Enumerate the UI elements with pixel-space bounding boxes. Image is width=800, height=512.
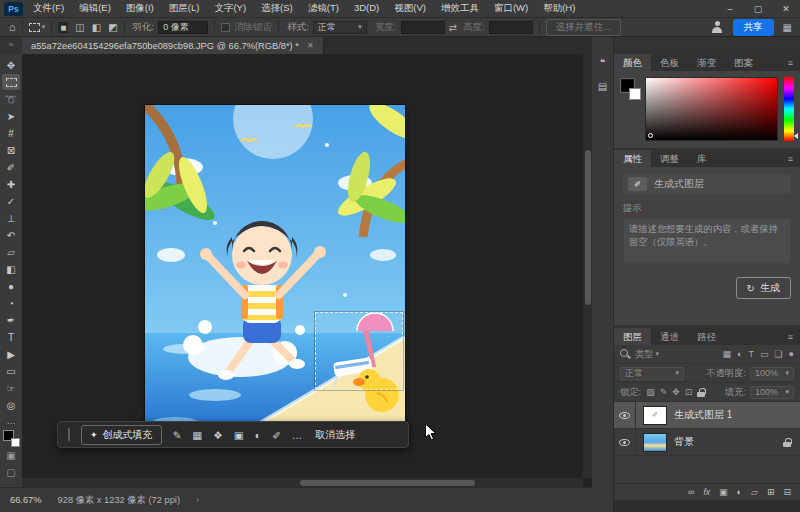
zoom-tool[interactable]: ◎ (2, 397, 20, 413)
menu-layer[interactable]: 图层(L) (169, 2, 200, 15)
path-selection-tool[interactable]: ▶ (2, 346, 20, 362)
blend-mode-select[interactable]: 正常 ▾ (620, 367, 684, 380)
history-brush-tool[interactable]: ↶ (2, 227, 20, 243)
tab-swatches[interactable]: 色板 (651, 54, 688, 71)
document-tab[interactable]: a55a72ee604154296efa750be089cb98.JPG @ 6… (22, 37, 324, 54)
generative-fill-button[interactable]: ✦ 创成式填充 (81, 425, 162, 445)
layer-name[interactable]: 生成式图层 1 (674, 408, 800, 422)
lock-image-pixels-icon[interactable]: ✎ (660, 387, 668, 397)
tab-channels[interactable]: 通道 (651, 328, 688, 345)
opacity-select[interactable]: 100% ▾ (750, 367, 794, 380)
hand-tool[interactable]: ☞ (2, 380, 20, 396)
home-icon[interactable]: ⌂ (9, 21, 16, 33)
vertical-scrollbar-thumb[interactable] (585, 150, 591, 305)
tab-paths[interactable]: 路径 (688, 328, 725, 345)
layer-thumbnail[interactable]: ✐ (643, 406, 667, 425)
object-selection-tool[interactable]: ➤ (2, 108, 20, 124)
menu-select[interactable]: 选择(S) (261, 2, 293, 15)
eyedropper-tool[interactable]: ✐ (2, 159, 20, 175)
more-options-icon[interactable]: … (292, 429, 303, 441)
comments-panel-icon[interactable]: ❝ (600, 57, 605, 68)
layer-name[interactable]: 背景 (674, 435, 783, 449)
deselect-button[interactable]: 取消选择 (315, 428, 355, 442)
filter-pixel-layers-icon[interactable]: ▦ (723, 349, 732, 359)
prompt-textarea[interactable] (623, 218, 791, 264)
brush-tool[interactable]: ✓ (2, 193, 20, 209)
filter-shape-layers-icon[interactable]: ▭ (760, 349, 769, 359)
layer-row-generative[interactable]: ✐ 生成式图层 1 (614, 402, 800, 429)
tab-properties[interactable]: 属性 (614, 150, 651, 167)
menu-window[interactable]: 窗口(W) (494, 2, 528, 15)
new-layer-icon[interactable]: ⊞ (767, 487, 775, 497)
hue-slider-marker[interactable] (794, 133, 798, 139)
tab-color[interactable]: 颜色 (614, 54, 651, 71)
background-color-swatch[interactable] (629, 88, 641, 100)
canvas-area[interactable]: ✦ 创成式填充 ✎ ▦ ❖ ▣ ◐ ✐ … 取消选择 (22, 54, 592, 487)
lock-transparent-pixels-icon[interactable]: ▨ (646, 387, 655, 397)
zoom-level[interactable]: 66.67% (10, 495, 42, 505)
clone-stamp-tool[interactable]: ⊥ (2, 210, 20, 226)
add-layer-mask-icon[interactable]: ▣ (719, 487, 728, 497)
quick-mask-icon[interactable]: ▣ (2, 447, 20, 463)
tab-patterns[interactable]: 图案 (725, 54, 762, 71)
account-person-icon[interactable] (711, 21, 724, 33)
filter-toggle-icon[interactable]: ● (789, 349, 794, 359)
hue-slider[interactable] (784, 77, 794, 141)
fill-selection-icon[interactable]: ✐ (272, 429, 281, 441)
tab-layers[interactable]: 图层 (614, 328, 651, 345)
rectangular-marquee-tool[interactable] (2, 74, 20, 90)
rectangle-tool[interactable]: ▭ (2, 363, 20, 379)
chevron-down-icon[interactable]: ▾ (42, 23, 46, 31)
pen-tool[interactable]: ✒ (2, 312, 20, 328)
new-group-icon[interactable]: ▱ (751, 487, 758, 497)
panel-menu-icon[interactable]: ≡ (788, 154, 793, 164)
spot-healing-tool[interactable]: ✚ (2, 176, 20, 192)
tab-close-icon[interactable]: ✕ (307, 41, 314, 50)
lock-all-icon[interactable] (697, 388, 705, 397)
selection-marquee[interactable] (315, 312, 403, 390)
height-input[interactable] (489, 21, 533, 34)
feather-input[interactable] (158, 21, 208, 34)
tab-adjustments[interactable]: 调整 (651, 150, 688, 167)
vertical-scrollbar[interactable] (583, 54, 592, 478)
menu-filter[interactable]: 滤镜(T) (308, 2, 339, 15)
horizontal-scrollbar-thumb[interactable] (300, 480, 475, 486)
style-select[interactable]: 正常 ▾ (313, 21, 367, 34)
adjustment-layer-icon[interactable]: ◐ (255, 429, 261, 441)
dodge-tool[interactable]: ◔ (2, 295, 20, 311)
width-input[interactable] (401, 21, 445, 34)
filter-type-layers-icon[interactable]: T (748, 349, 754, 359)
toolbar-collapse-icon[interactable]: » (0, 37, 22, 54)
horizontal-scrollbar[interactable] (22, 478, 583, 487)
share-button[interactable]: 共享 (733, 19, 774, 36)
maximize-button[interactable]: ▢ (744, 0, 772, 18)
taskbar-drag-handle[interactable] (68, 428, 70, 441)
filter-smart-objects-icon[interactable]: ❏ (774, 349, 782, 359)
visibility-toggle[interactable] (614, 402, 636, 428)
document-image[interactable] (145, 105, 405, 435)
new-selection-icon[interactable]: ■ (58, 22, 68, 33)
menu-3d[interactable]: 3D(D) (354, 2, 379, 15)
background-color-swatch[interactable] (11, 438, 20, 447)
generate-button[interactable]: ↻ 生成 (736, 277, 791, 299)
marquee-tool-preset-icon[interactable] (29, 23, 40, 32)
filter-type-select[interactable]: 类型 (635, 348, 654, 361)
panel-menu-icon[interactable]: ≡ (788, 332, 793, 342)
color-picker-marker[interactable] (648, 133, 653, 138)
menu-type[interactable]: 文字(Y) (214, 2, 246, 15)
subtract-from-selection-icon[interactable]: ◧ (92, 22, 101, 33)
visibility-toggle[interactable] (614, 429, 636, 455)
lock-position-icon[interactable]: ✥ (672, 387, 680, 397)
status-chevron-icon[interactable]: › (196, 495, 199, 505)
add-to-selection-icon[interactable]: ◫ (75, 22, 84, 33)
menu-plugins[interactable]: 增效工具 (441, 2, 479, 15)
lock-artboard-icon[interactable]: ⊡ (685, 387, 693, 397)
filter-adjustment-layers-icon[interactable]: ◐ (737, 349, 742, 359)
add-mask-icon[interactable]: ▣ (234, 429, 244, 441)
menu-image[interactable]: 图像(I) (126, 2, 154, 15)
selection-brush-icon[interactable]: ✎ (173, 429, 182, 441)
gradient-tool[interactable]: ◧ (2, 261, 20, 277)
workspace-switcher-icon[interactable]: ▦ (783, 22, 792, 33)
collapsed-panel-icon[interactable]: ▤ (598, 81, 607, 92)
menu-view[interactable]: 视图(V) (394, 2, 426, 15)
